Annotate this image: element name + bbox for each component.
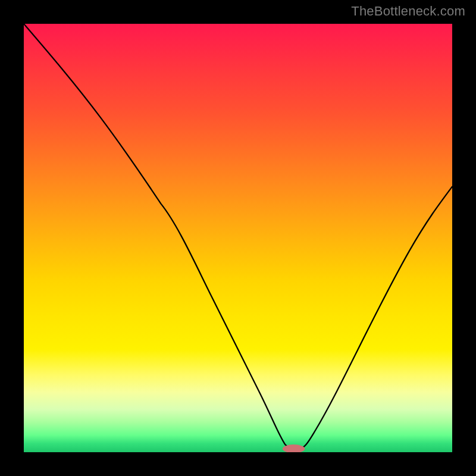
chart-plot-area bbox=[24, 24, 452, 452]
chart-stage: TheBottleneck.com bbox=[0, 0, 476, 476]
bottleneck-curve bbox=[24, 24, 452, 449]
chart-svg bbox=[24, 24, 452, 452]
watermark-text: TheBottleneck.com bbox=[351, 4, 465, 19]
